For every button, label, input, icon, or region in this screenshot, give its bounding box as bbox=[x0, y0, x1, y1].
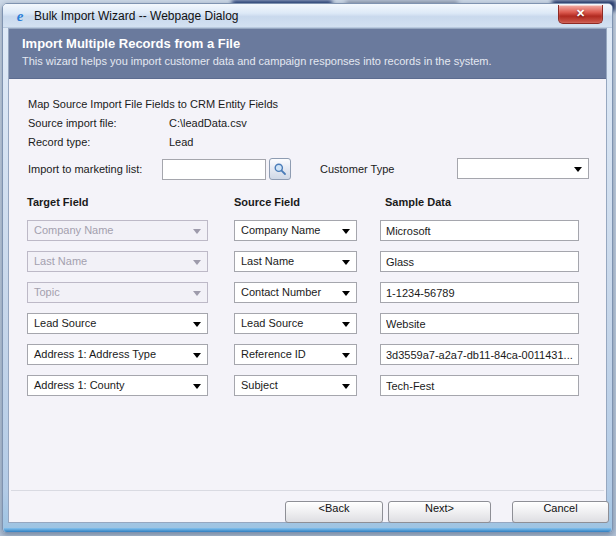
source-field-value: Lead Source bbox=[241, 317, 303, 329]
wizard-subtitle: This wizard helps you import customer da… bbox=[22, 55, 606, 67]
internet-explorer-icon: e bbox=[12, 8, 28, 24]
target-field-value: Last Name bbox=[34, 255, 87, 267]
chevron-down-icon bbox=[193, 291, 201, 296]
chevron-down-icon bbox=[342, 260, 350, 265]
wizard-title: Import Multiple Records from a File bbox=[22, 36, 606, 51]
chevron-down-icon bbox=[342, 291, 350, 296]
record-type-label: Record type: bbox=[28, 136, 90, 148]
target-field-value: Topic bbox=[34, 286, 60, 298]
chevron-down-icon bbox=[342, 229, 350, 234]
source-field-dropdown[interactable]: Contact Number bbox=[234, 282, 357, 303]
dialog-page: Import Multiple Records from a File This… bbox=[8, 28, 607, 523]
marketing-list-input[interactable] bbox=[162, 159, 266, 180]
target-field-dropdown[interactable]: Lead Source bbox=[27, 313, 208, 334]
chevron-down-icon bbox=[574, 167, 582, 172]
marketing-list-label: Import to marketing list: bbox=[28, 163, 142, 175]
close-button[interactable]: ✕ bbox=[558, 5, 603, 24]
sample-data-box bbox=[380, 251, 579, 272]
target-field-dropdown: Company Name bbox=[27, 220, 208, 241]
next-button[interactable]: Next> bbox=[388, 501, 491, 523]
chevron-down-icon bbox=[193, 260, 201, 265]
customer-type-dropdown[interactable] bbox=[457, 158, 589, 179]
back-button[interactable]: <Back bbox=[285, 501, 383, 523]
chevron-down-icon bbox=[193, 229, 201, 234]
target-field-dropdown: Last Name bbox=[27, 251, 208, 272]
target-field-value: Address 1: County bbox=[34, 379, 125, 391]
record-type-value: Lead bbox=[169, 136, 193, 148]
source-field-dropdown[interactable]: Reference ID bbox=[234, 344, 357, 365]
target-field-value: Lead Source bbox=[34, 317, 96, 329]
chevron-down-icon bbox=[342, 384, 350, 389]
target-field-dropdown[interactable]: Address 1: County bbox=[27, 375, 208, 396]
column-header-target-field: Target Field bbox=[27, 196, 89, 208]
source-field-dropdown[interactable]: Lead Source bbox=[234, 313, 357, 334]
sample-data-box bbox=[380, 344, 579, 365]
cancel-button[interactable]: Cancel bbox=[512, 501, 609, 523]
customer-type-label: Customer Type bbox=[320, 163, 394, 175]
bulk-import-wizard-dialog: e Bulk Import Wizard -- Webpage Dialog ✕… bbox=[2, 3, 613, 533]
magnifier-icon bbox=[273, 162, 287, 176]
source-field-value: Subject bbox=[241, 379, 278, 391]
source-field-value: Last Name bbox=[241, 255, 294, 267]
sample-data-box bbox=[380, 313, 579, 334]
source-field-dropdown[interactable]: Last Name bbox=[234, 251, 357, 272]
map-fields-heading: Map Source Import File Fields to CRM Ent… bbox=[28, 98, 278, 110]
sample-data-box bbox=[380, 220, 579, 241]
sample-data-box bbox=[380, 375, 579, 396]
chevron-down-icon bbox=[193, 353, 201, 358]
target-field-value: Company Name bbox=[34, 224, 113, 236]
target-field-dropdown[interactable]: Address 1: Address Type bbox=[27, 344, 208, 365]
source-file-label: Source import file: bbox=[28, 117, 117, 129]
window-title: Bulk Import Wizard -- Webpage Dialog bbox=[34, 9, 239, 23]
close-icon: ✕ bbox=[576, 7, 585, 19]
title-bar[interactable]: e Bulk Import Wizard -- Webpage Dialog bbox=[3, 4, 612, 28]
chevron-down-icon bbox=[193, 384, 201, 389]
target-field-value: Address 1: Address Type bbox=[34, 348, 156, 360]
column-header-sample-data: Sample Data bbox=[385, 196, 451, 208]
sample-data-box bbox=[380, 282, 579, 303]
wizard-header: Import Multiple Records from a File This… bbox=[9, 29, 606, 79]
chevron-down-icon bbox=[342, 353, 350, 358]
chevron-down-icon bbox=[193, 322, 201, 327]
column-header-source-field: Source Field bbox=[234, 196, 300, 208]
marketing-list-lookup-button[interactable] bbox=[269, 158, 291, 180]
source-file-value: C:\leadData.csv bbox=[169, 117, 247, 129]
footer-divider bbox=[11, 490, 604, 491]
source-field-value: Contact Number bbox=[241, 286, 321, 298]
source-field-dropdown[interactable]: Subject bbox=[234, 375, 357, 396]
source-field-value: Reference ID bbox=[241, 348, 306, 360]
source-field-dropdown[interactable]: Company Name bbox=[234, 220, 357, 241]
target-field-dropdown: Topic bbox=[27, 282, 208, 303]
wizard-content: Map Source Import File Fields to CRM Ent… bbox=[9, 80, 606, 522]
source-field-value: Company Name bbox=[241, 224, 320, 236]
chevron-down-icon bbox=[342, 322, 350, 327]
